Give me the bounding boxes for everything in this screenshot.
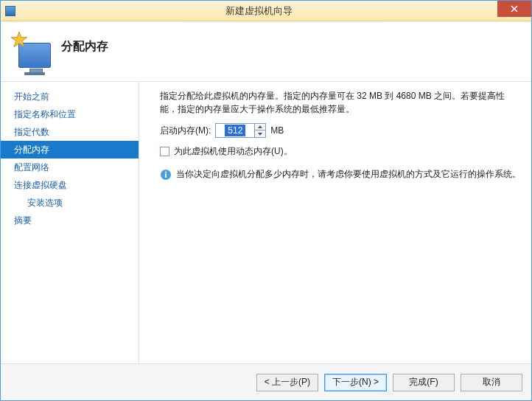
chevron-down-icon bbox=[258, 133, 262, 136]
cancel-button[interactable]: 取消 bbox=[461, 374, 522, 391]
back-button[interactable]: < 上一步(P) bbox=[256, 374, 318, 391]
sidebar-item-summary[interactable]: 摘要 bbox=[1, 212, 139, 229]
info-text: 当你决定向虚拟机分配多少内存时，请考虑你要使用虚拟机的方式及它运行的操作系统。 bbox=[176, 168, 521, 181]
wizard-icon bbox=[11, 34, 51, 74]
memory-spinner-buttons bbox=[255, 123, 266, 138]
close-button[interactable] bbox=[497, 1, 531, 17]
svg-point-6 bbox=[165, 171, 167, 172]
memory-spin-down[interactable] bbox=[255, 130, 265, 137]
finish-button[interactable]: 完成(F) bbox=[393, 374, 455, 391]
svg-rect-7 bbox=[165, 174, 167, 178]
footer: < 上一步(P) 下一步(N) > 完成(F) 取消 bbox=[1, 363, 531, 400]
sidebar-item-generation[interactable]: 指定代数 bbox=[1, 123, 139, 141]
next-button[interactable]: 下一步(N) > bbox=[324, 374, 387, 391]
dynamic-memory-label: 为此虚拟机使用动态内存(U)。 bbox=[174, 145, 293, 158]
chevron-up-icon bbox=[258, 125, 262, 128]
app-icon bbox=[5, 6, 15, 16]
memory-unit: MB bbox=[270, 125, 284, 136]
memory-input[interactable]: 512 bbox=[215, 123, 255, 138]
page-title: 分配内存 bbox=[61, 39, 108, 55]
memory-label: 启动内存(M): bbox=[160, 125, 211, 137]
sidebar-item-assign-memory[interactable]: 分配内存 bbox=[1, 141, 139, 158]
memory-spin-up[interactable] bbox=[255, 124, 265, 130]
close-icon bbox=[511, 5, 518, 13]
body: 开始之前 指定名称和位置 指定代数 分配内存 配置网络 连接虚拟硬盘 安装选项 … bbox=[1, 82, 531, 363]
sidebar-item-before-begin[interactable]: 开始之前 bbox=[1, 88, 139, 105]
sidebar-item-name-location[interactable]: 指定名称和位置 bbox=[1, 105, 139, 123]
titlebar: 新建虚拟机向导 bbox=[1, 1, 531, 21]
content-panel: 指定分配给此虚拟机的内存量。指定的内存量可在 32 MB 到 4680 MB 之… bbox=[139, 82, 531, 363]
sidebar-item-connect-vhd[interactable]: 连接虚拟硬盘 bbox=[1, 176, 139, 194]
memory-row: 启动内存(M): 512 bbox=[160, 123, 521, 138]
dynamic-memory-row: 为此虚拟机使用动态内存(U)。 bbox=[160, 145, 521, 158]
memory-spinner: 512 bbox=[215, 123, 266, 138]
info-icon bbox=[160, 169, 172, 181]
memory-value: 512 bbox=[225, 125, 245, 136]
sidebar-item-install-options[interactable]: 安装选项 bbox=[1, 194, 139, 212]
sidebar-item-configure-network[interactable]: 配置网络 bbox=[1, 158, 139, 176]
window-title: 新建虚拟机向导 bbox=[20, 4, 497, 18]
svg-marker-4 bbox=[258, 133, 262, 136]
memory-description: 指定分配给此虚拟机的内存量。指定的内存量可在 32 MB 到 4680 MB 之… bbox=[160, 89, 521, 116]
star-icon bbox=[10, 31, 29, 50]
header-panel: 分配内存 bbox=[1, 21, 531, 82]
svg-marker-3 bbox=[258, 125, 262, 128]
info-row: 当你决定向虚拟机分配多少内存时，请考虑你要使用虚拟机的方式及它运行的操作系统。 bbox=[160, 168, 521, 181]
sidebar: 开始之前 指定名称和位置 指定代数 分配内存 配置网络 连接虚拟硬盘 安装选项 … bbox=[1, 82, 139, 363]
dynamic-memory-checkbox[interactable] bbox=[160, 147, 169, 156]
wizard-window: 新建虚拟机向导 分配内存 开始之前 指定名称和位置 指定代数 分配内存 配置网络… bbox=[0, 0, 532, 401]
svg-marker-2 bbox=[11, 32, 27, 47]
